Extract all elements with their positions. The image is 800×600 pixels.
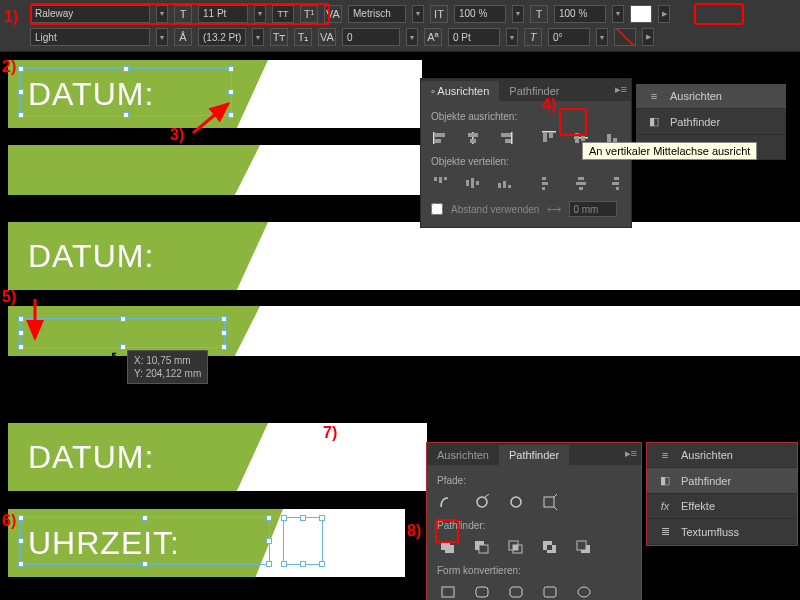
stroke-dropdown[interactable]: ▶ [642,28,654,46]
use-spacing-checkbox[interactable] [431,203,443,215]
font-weight-input[interactable] [30,28,150,46]
vscale-dropdown[interactable]: ▼ [512,5,524,23]
svg-rect-36 [612,182,619,185]
superscript-button[interactable]: T¹ [300,5,318,23]
path-close-icon[interactable] [505,492,527,512]
distribute-top-icon[interactable] [431,173,451,193]
kerning-dropdown[interactable]: ▼ [412,5,424,23]
path-open-icon[interactable] [471,492,493,512]
kerning-icon: VA [324,5,342,23]
leading-dropdown[interactable]: ▼ [252,28,264,46]
convert-roundrect-icon[interactable] [471,582,493,600]
annotation-7: 7) [323,424,337,442]
svg-rect-48 [513,545,518,550]
align-top-icon[interactable] [539,128,559,148]
svg-rect-6 [468,133,478,137]
smallcaps-button[interactable]: Tᴛ [270,28,288,46]
panel-flyout-menu[interactable]: ▸≡ [615,83,627,96]
baseline-input[interactable] [448,28,500,46]
spacing-value-input[interactable] [569,201,617,217]
side-item-effekte-2[interactable]: fxEffekte [647,494,797,519]
side-item-label: Ausrichten [670,90,722,102]
align-hcenter-icon[interactable] [463,128,483,148]
font-family-input[interactable] [30,5,150,23]
kerning-input[interactable] [348,5,406,23]
baseline-dropdown[interactable]: ▼ [506,28,518,46]
pathfinder-tab[interactable]: Pathfinder [499,445,569,465]
hscale-input[interactable] [554,5,606,23]
font-size-dropdown[interactable]: ▼ [254,5,266,23]
distribute-bottom-icon[interactable] [495,173,515,193]
svg-rect-53 [577,541,586,550]
banner-empty-1[interactable] [8,145,260,195]
panel-flyout-menu-2[interactable]: ▸≡ [625,447,637,460]
paths-label: Pfade: [437,475,631,486]
pathfinder-minusback-icon[interactable] [573,537,595,557]
rotation-dropdown[interactable]: ▼ [596,28,608,46]
font-size-input[interactable] [198,5,248,23]
distribute-right-icon[interactable] [603,173,623,193]
align-icon: ≡ [646,90,662,102]
subscript-button[interactable]: T₁ [294,28,312,46]
allcaps-button[interactable]: TT [272,5,294,23]
convert-bevelrect-icon[interactable] [505,582,527,600]
align-left-icon[interactable] [431,128,451,148]
side-item-pathfinder[interactable]: ◧Pathfinder [636,109,786,135]
vscale-input[interactable] [454,5,506,23]
svg-rect-7 [470,139,476,143]
effects-icon: fx [657,500,673,512]
side-item-label: Textumfluss [681,526,739,538]
pathfinder-add-icon[interactable] [437,537,459,557]
rotation-input[interactable] [548,28,590,46]
svg-rect-31 [542,187,545,190]
distribute-vcenter-icon[interactable] [463,173,483,193]
align-right-icon[interactable] [495,128,515,148]
font-weight-dropdown[interactable]: ▼ [156,28,168,46]
fill-swatch[interactable] [630,5,652,23]
side-item-ausrichten[interactable]: ≡Ausrichten [636,84,786,109]
side-item-pathfinder-2[interactable]: ◧Pathfinder [647,468,797,494]
align-tab[interactable]: Ausrichten [421,81,499,101]
pathfinder-tab-inactive[interactable]: Pathfinder [499,81,569,101]
side-item-textumfluss[interactable]: ≣Textumfluss [647,519,797,545]
font-family-dropdown[interactable]: ▼ [156,5,168,23]
banner-datum-2[interactable]: DATUM: [8,222,268,290]
svg-rect-30 [542,182,548,185]
pathfinder-exclude-icon[interactable] [539,537,561,557]
banner-datum-2-text: DATUM: [8,222,268,291]
leading-input[interactable] [198,28,246,46]
distribute-hcenter-icon[interactable] [571,173,591,193]
convert-inverserect-icon[interactable] [539,582,561,600]
path-reverse-icon[interactable] [539,492,561,512]
svg-rect-33 [576,182,586,185]
stroke-swatch[interactable] [614,28,636,46]
hscale-dropdown[interactable]: ▼ [612,5,624,23]
annotation-6: 6) [2,512,16,530]
banner-uhrzeit[interactable]: UHRZEIT: [8,509,283,577]
pathfinder-subtract-icon[interactable] [471,537,493,557]
align-tab-inactive[interactable]: Ausrichten [427,445,499,465]
pathfinder-intersect-icon[interactable] [505,537,527,557]
pathfinder-icon: ◧ [646,115,662,128]
annotation-1: 1) [4,8,18,26]
side-item-ausrichten-2[interactable]: ≡Ausrichten [647,443,797,468]
convert-ellipse-icon[interactable] [573,582,595,600]
banner-datum-3[interactable]: DATUM: [8,423,268,491]
pathfinder-icon: ◧ [657,474,673,487]
distribute-left-icon[interactable] [539,173,559,193]
svg-line-39 [485,494,489,497]
banner-datum-3-text: DATUM: [8,423,268,492]
tracking-input[interactable] [342,28,400,46]
tracking-dropdown[interactable]: ▼ [406,28,418,46]
hscale-icon: T [530,5,548,23]
path-join-icon[interactable] [437,492,459,512]
convert-rect-icon[interactable] [437,582,459,600]
svg-rect-22 [444,177,447,180]
annotation-5: 5) [2,288,16,306]
svg-rect-4 [435,139,441,143]
align-vcenter-tooltip: An vertikaler Mittelachse ausricht [582,142,757,160]
fill-dropdown[interactable]: ▶ [658,5,670,23]
textwrap-icon: ≣ [657,525,673,538]
banner-empty-2[interactable] [8,306,260,356]
svg-rect-11 [542,131,556,133]
